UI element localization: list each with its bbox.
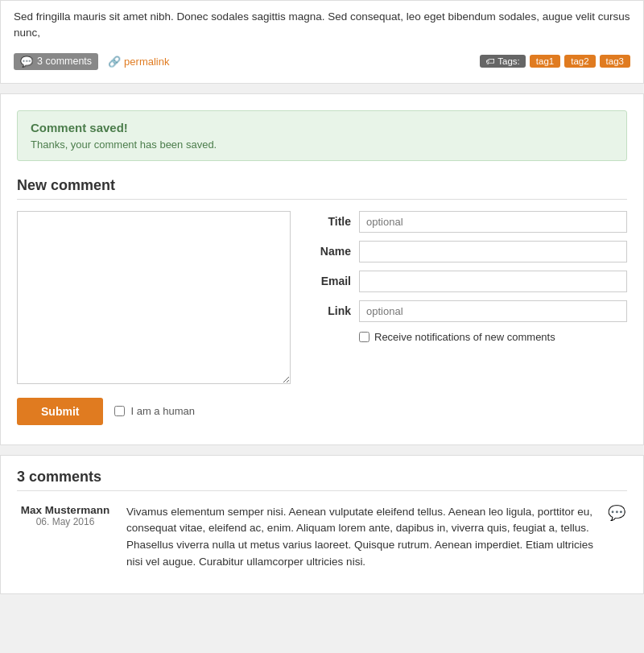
human-label: I am a human [130, 405, 195, 417]
comments-count-label: 3 comments [37, 56, 92, 67]
alert-title: Comment saved! [31, 121, 613, 134]
notify-row: Receive notifications of new comments [307, 330, 627, 345]
title-input[interactable] [359, 211, 627, 233]
human-checkbox[interactable] [114, 406, 125, 416]
comments-button[interactable]: 💬 3 comments [14, 53, 98, 70]
success-alert: Comment saved! Thanks, your comment has … [17, 110, 627, 161]
email-input[interactable] [359, 271, 627, 292]
comment-body: Vivamus elementum semper nisi. Aenean vu… [126, 504, 595, 572]
comments-heading: 3 comments [17, 469, 627, 491]
link-field-row: Link [307, 300, 627, 322]
name-field-row: Name [307, 241, 627, 262]
name-label: Name [307, 245, 351, 258]
comment-bubble-icon: 💬 [20, 56, 33, 68]
tag-tag3[interactable]: tag3 [600, 55, 630, 68]
permalink-label: permalink [124, 56, 169, 68]
tag-tag1[interactable]: tag1 [530, 55, 560, 68]
email-field-row: Email [307, 271, 627, 292]
comment-author-col: Max Mustermann 06. May 2016 [17, 504, 114, 572]
email-label: Email [307, 275, 351, 287]
submit-button[interactable]: Submit [17, 398, 103, 425]
tag-tag2[interactable]: tag2 [564, 55, 595, 68]
article-text: Sed fringilla mauris sit amet nibh. Done… [14, 9, 630, 42]
comment-item: Max Mustermann 06. May 2016 Vivamus elem… [17, 504, 627, 572]
permalink-link[interactable]: 🔗 permalink [108, 56, 169, 68]
link-icon: 🔗 [108, 56, 121, 68]
notify-label: Receive notifications of new comments [374, 330, 555, 345]
link-label: Link [307, 304, 351, 317]
reply-icon[interactable]: 💬 [608, 505, 625, 521]
notify-checkbox[interactable] [359, 332, 369, 342]
comment-author-name: Max Mustermann [17, 504, 114, 516]
tags-label: 🏷 Tags: [480, 55, 526, 68]
name-input[interactable] [359, 241, 627, 262]
new-comment-heading: New comment [17, 177, 627, 200]
comment-textarea[interactable] [17, 211, 291, 384]
title-label: Title [307, 215, 351, 228]
alert-message: Thanks, your comment has been saved. [31, 138, 613, 151]
tag-icon: 🏷 [485, 56, 495, 66]
comment-date: 06. May 2016 [17, 516, 114, 527]
title-field-row: Title [307, 211, 627, 233]
link-input[interactable] [359, 300, 627, 322]
comment-actions: 💬 [608, 504, 627, 572]
